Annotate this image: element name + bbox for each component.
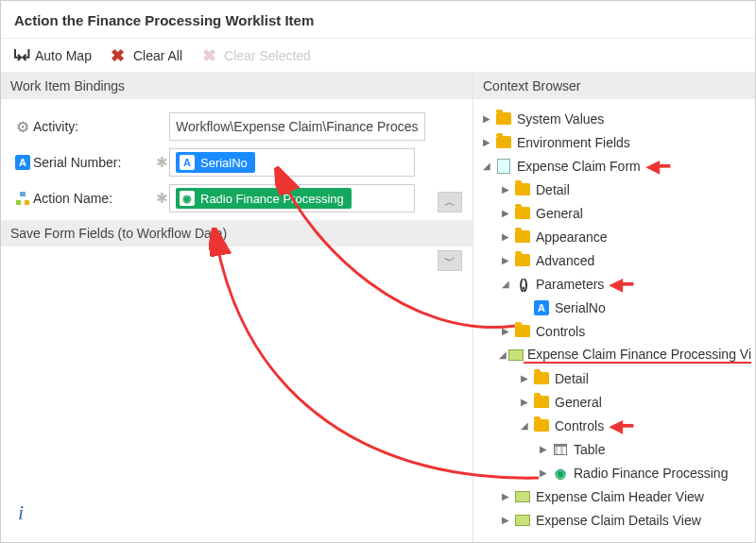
chip-a-icon: A (180, 155, 195, 170)
serial-label: Serial Number: (33, 155, 154, 170)
form-icon (494, 159, 513, 174)
clear-selected-label: Clear Selected (224, 48, 311, 63)
tree-general[interactable]: General (532, 206, 583, 221)
clear-all-button[interactable]: ✖ Clear All (109, 46, 182, 65)
view-icon (513, 491, 532, 502)
expand-icon[interactable]: ▶ (498, 184, 513, 195)
radio-finance-chip[interactable]: ◉ Radio Finance Processing (176, 188, 352, 209)
tree-expense-claim-form[interactable]: Expense Claim Form (513, 159, 641, 174)
tree-details-view[interactable]: Expense Claim Details View (532, 513, 701, 528)
activity-label: Activity: (33, 119, 154, 134)
parameters-icon: (,) (513, 277, 532, 292)
context-browser-header: Context Browser (473, 73, 755, 99)
expand-icon[interactable]: ▶ (517, 373, 532, 383)
folder-icon (513, 230, 532, 243)
gear-icon: ⚙ (16, 118, 29, 136)
expand-icon[interactable]: ▶ (479, 113, 494, 124)
tree-detail[interactable]: Detail (532, 182, 570, 197)
expand-icon[interactable]: ▶ (498, 326, 513, 336)
radio-finance-chip-label: Radio Finance Processing (200, 192, 344, 206)
folder-icon (513, 325, 532, 337)
tree-controls-2[interactable]: Controls (551, 418, 604, 433)
chip-radio-icon: ◉ (180, 191, 195, 206)
serial-field[interactable]: A SerialNo (169, 148, 415, 177)
expand-icon[interactable]: ▶ (517, 397, 532, 407)
radio-icon: ◉ (551, 466, 570, 481)
expand-icon[interactable]: ▶ (498, 491, 513, 501)
context-tree[interactable]: ▶System Values ▶Environment Fields ◢Expe… (473, 99, 755, 542)
annotation-arrow-icon: ◀━ (646, 156, 670, 177)
tree-detail-2[interactable]: Detail (551, 371, 589, 386)
annotation-arrow-icon: ◀━ (610, 416, 633, 436)
tree-advanced[interactable]: Advanced (532, 253, 594, 268)
required-star-icon: ✱ (154, 190, 169, 207)
binding-scroll-control: ︿ ﹀ (438, 192, 464, 271)
a-icon: A (532, 300, 551, 315)
table-icon (551, 444, 570, 455)
expand-icon[interactable]: ▶ (498, 515, 513, 525)
action-field[interactable]: ◉ Radio Finance Processing (169, 184, 415, 212)
expand-icon[interactable]: ▶ (498, 208, 513, 218)
dialog-title: Action the Finance Processing Worklist I… (1, 1, 755, 39)
scroll-up-button[interactable]: ︿ (438, 192, 462, 212)
auto-map-button[interactable]: ↳↲ Auto Map (10, 46, 92, 65)
folder-icon (513, 254, 532, 266)
tree-header-view[interactable]: Expense Claim Header View (532, 489, 704, 504)
clear-all-label: Clear All (133, 48, 182, 63)
annotation-arrow-icon: ◀━ (610, 274, 633, 295)
expand-icon[interactable]: ▶ (479, 137, 494, 147)
serialno-chip-label: SerialNo (200, 156, 248, 170)
tree-serialno[interactable]: SerialNo (551, 300, 606, 315)
scroll-down-button[interactable]: ﹀ (438, 250, 462, 271)
tree-environment-fields[interactable]: Environment Fields (513, 135, 630, 150)
tree-expense-claim-finance-processing-view[interactable]: Expense Claim Finance Processing Vi (524, 347, 751, 364)
tree-system-values[interactable]: System Values (513, 111, 604, 127)
row-serial: A Serial Number: ✱ A SerialNo (12, 148, 461, 177)
clear-selected-button: ✖ Clear Selected (199, 46, 311, 65)
folder-icon (513, 207, 532, 219)
clear-selected-x-icon: ✖ (199, 46, 218, 65)
tree-controls[interactable]: Controls (532, 324, 585, 339)
action-label: Action Name: (33, 191, 154, 206)
expand-icon[interactable]: ▶ (536, 467, 551, 478)
folder-icon (494, 136, 513, 148)
hierarchy-icon (16, 192, 29, 205)
folder-icon (513, 183, 532, 195)
tree-radio-finance-processing[interactable]: Radio Finance Processing (570, 466, 728, 481)
folder-icon (532, 372, 551, 384)
row-action: Action Name: ✱ ◉ Radio Finance Processin… (12, 184, 461, 212)
expand-icon[interactable]: ▶ (498, 231, 513, 242)
toolbar: ↳↲ Auto Map ✖ Clear All ✖ Clear Selected (1, 39, 755, 73)
activity-field[interactable]: Workflow\Expense Claim\Finance Proces (169, 112, 425, 141)
auto-map-label: Auto Map (35, 48, 92, 63)
required-star-icon: ✱ (154, 154, 169, 171)
right-panel: Context Browser ▶System Values ▶Environm… (473, 73, 755, 542)
row-activity: ⚙ Activity: Workflow\Expense Claim\Finan… (12, 112, 461, 141)
expand-icon[interactable]: ▶ (536, 444, 551, 454)
view-icon (513, 515, 532, 526)
auto-map-icon: ↳↲ (10, 46, 29, 65)
tree-table[interactable]: Table (570, 442, 605, 457)
save-form-fields-section[interactable]: Save Form Fields (to Workflow Data) (1, 220, 472, 246)
left-panel: Work Item Bindings ⚙ Activity: Workflow\… (1, 73, 473, 542)
serialno-chip[interactable]: A SerialNo (176, 152, 255, 173)
tree-appearance[interactable]: Appearance (532, 229, 608, 245)
folder-icon (532, 396, 551, 408)
info-icon: i (18, 501, 24, 524)
folder-icon (494, 112, 513, 125)
clear-x-icon: ✖ (109, 46, 128, 65)
tree-general-2[interactable]: General (551, 395, 602, 410)
info-area: i (1, 484, 472, 542)
work-item-bindings-header: Work Item Bindings (1, 73, 472, 99)
expand-icon[interactable]: ▶ (498, 255, 513, 265)
collapse-icon[interactable]: ◢ (498, 279, 513, 289)
tree-parameters[interactable]: Parameters (532, 277, 604, 292)
collapse-icon[interactable]: ◢ (517, 420, 532, 431)
a-icon: A (15, 155, 30, 170)
collapse-icon[interactable]: ◢ (498, 349, 508, 360)
view-icon (508, 349, 524, 361)
folder-icon (532, 419, 551, 432)
collapse-icon[interactable]: ◢ (479, 161, 494, 171)
